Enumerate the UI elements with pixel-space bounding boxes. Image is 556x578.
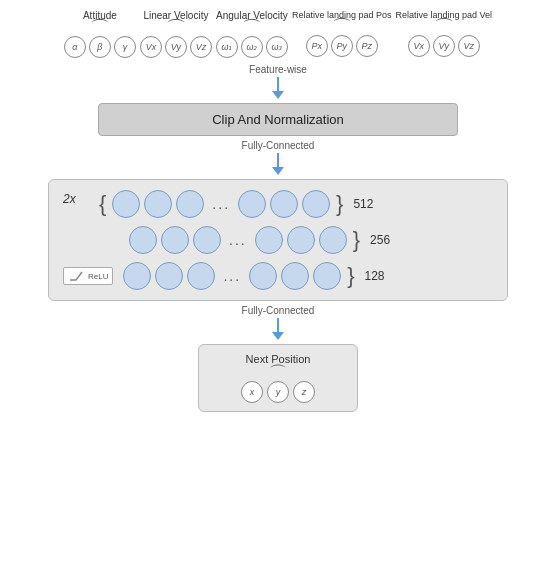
- nn-c-0-0: [112, 190, 140, 218]
- brace-angvel: ⌒: [242, 23, 262, 33]
- nn-c-2-3: [249, 262, 277, 290]
- nn-c-2-0: [123, 262, 151, 290]
- node-lv-0: Vx: [140, 36, 162, 58]
- nn-c-0-2: [176, 190, 204, 218]
- node-pv-1: Vy: [433, 35, 455, 57]
- brace-attitude: ⌒: [90, 23, 110, 33]
- brace-padpos: ⌒: [332, 22, 352, 32]
- clip-box: Clip And Normalization: [98, 103, 458, 136]
- feature-groups: Attitude ⌒ α β γ Linear Velocity ⌒ Vx Vy…: [10, 10, 546, 58]
- nn-dots-2: ...: [223, 268, 241, 284]
- arrow3-label: Fully-Connected: [242, 305, 315, 316]
- relu-icon: [68, 270, 86, 282]
- arrow1-line: [277, 77, 279, 91]
- relu-label: ReLU: [88, 272, 108, 281]
- circles-attitude: α β γ: [64, 36, 136, 58]
- nn-c-0-5: [302, 190, 330, 218]
- node-lv-1: Vy: [165, 36, 187, 58]
- arrow2-line: [277, 153, 279, 167]
- nn-brace-left-0: {: [99, 193, 106, 215]
- output-box: Next Position ⌒ x y z: [198, 344, 358, 412]
- arrow3-line: [277, 318, 279, 332]
- nn-c-2-1: [155, 262, 183, 290]
- relu-badge: ReLU: [63, 267, 113, 285]
- node-pp-0: Px: [306, 35, 328, 57]
- nn-c-2-2: [187, 262, 215, 290]
- nn-c-1-1: [161, 226, 189, 254]
- nn-c-1-2: [193, 226, 221, 254]
- brace-padvel: ⌒: [434, 22, 454, 32]
- node-pv-0: Vx: [408, 35, 430, 57]
- node-av-1: ω₂: [241, 36, 263, 58]
- group-padpos: Relative landing pad Pos ⌒ Px Py Pz: [292, 10, 392, 57]
- node-a-1: β: [89, 36, 111, 58]
- node-pp-1: Py: [331, 35, 353, 57]
- nn-size-2: 128: [364, 269, 384, 283]
- output-circles: x y z: [241, 381, 315, 403]
- node-av-2: ω₃: [266, 36, 288, 58]
- nn-c-0-3: [238, 190, 266, 218]
- arrow2-head: [272, 167, 284, 175]
- output-node-y: y: [267, 381, 289, 403]
- arrow1-label: Feature-wise: [249, 64, 307, 75]
- output-brace: ⌒: [269, 369, 287, 377]
- nn-box: 2x { ... } 512 ...: [48, 179, 508, 301]
- nn-c-2-4: [281, 262, 309, 290]
- circles-angvel: ω₁ ω₂ ω₃: [216, 36, 288, 58]
- group-attitude: Attitude ⌒ α β γ: [64, 10, 136, 58]
- group-angvel: Angular Velocity ⌒ ω₁ ω₂ ω₃: [216, 10, 288, 58]
- arrow2: Fully-Connected: [242, 140, 315, 175]
- arrow1: Feature-wise: [249, 64, 307, 99]
- nn-c-1-5: [319, 226, 347, 254]
- nn-brace-right-2: }: [347, 265, 354, 287]
- group-linvel: Linear Velocity ⌒ Vx Vy Vz: [140, 10, 212, 58]
- nn-size-0: 512: [353, 197, 373, 211]
- arrow3-head: [272, 332, 284, 340]
- nn-brace-right-0: }: [336, 193, 343, 215]
- node-a-2: γ: [114, 36, 136, 58]
- nn-brace-right-1: }: [353, 229, 360, 251]
- nn-c-1-4: [287, 226, 315, 254]
- brace-linvel: ⌒: [166, 23, 186, 33]
- circles-padvel: Vx Vy Vz: [408, 35, 480, 57]
- nn-c-1-3: [255, 226, 283, 254]
- circles-linvel: Vx Vy Vz: [140, 36, 212, 58]
- nn-row-0: { ... } 512: [63, 190, 493, 218]
- clip-label: Clip And Normalization: [212, 112, 344, 127]
- nn-row-2: ReLU ... } 128: [63, 262, 493, 290]
- output-node-x: x: [241, 381, 263, 403]
- nn-circles-0: ...: [112, 190, 330, 218]
- node-pv-2: Vz: [458, 35, 480, 57]
- node-a-0: α: [64, 36, 86, 58]
- node-pp-2: Pz: [356, 35, 378, 57]
- group-padvel: Relative landing pad Vel ⌒ Vx Vy Vz: [396, 10, 493, 57]
- nn-c-1-0: [129, 226, 157, 254]
- nn-circles-2: ...: [123, 262, 341, 290]
- node-lv-2: Vz: [190, 36, 212, 58]
- node-av-0: ω₁: [216, 36, 238, 58]
- nn-c-2-5: [313, 262, 341, 290]
- nn-dots-1: ...: [229, 232, 247, 248]
- nn-row-1: ... } 256: [63, 226, 493, 254]
- arrow3: Fully-Connected: [242, 305, 315, 340]
- nn-c-0-1: [144, 190, 172, 218]
- arrow2-label: Fully-Connected: [242, 140, 315, 151]
- nn-c-0-4: [270, 190, 298, 218]
- nn-size-1: 256: [370, 233, 390, 247]
- diagram: Attitude ⌒ α β γ Linear Velocity ⌒ Vx Vy…: [0, 0, 556, 422]
- nn-2x-label: 2x: [63, 192, 76, 206]
- nn-circles-1: ...: [129, 226, 347, 254]
- output-node-z: z: [293, 381, 315, 403]
- nn-dots-0: ...: [212, 196, 230, 212]
- circles-padpos: Px Py Pz: [306, 35, 378, 57]
- arrow1-head: [272, 91, 284, 99]
